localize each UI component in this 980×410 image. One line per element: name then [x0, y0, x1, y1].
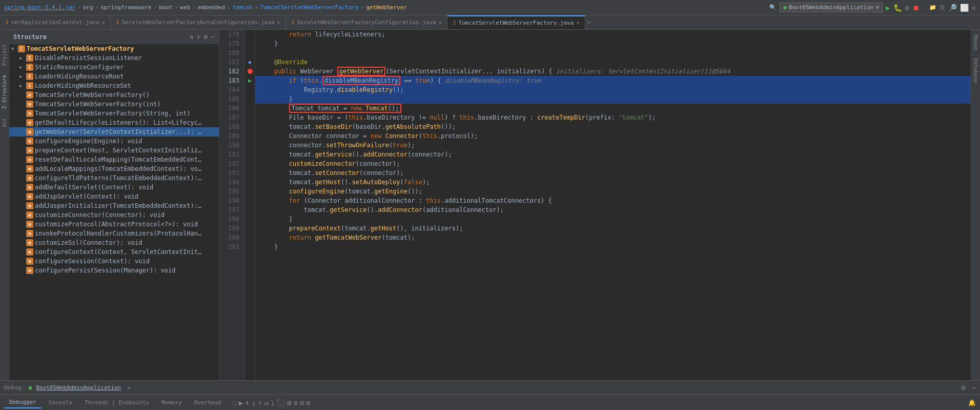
- toolbar-icon-grid[interactable]: ⊞: [287, 399, 291, 407]
- breadcrumb-part[interactable]: spring-boot-2.4.1.jar: [4, 4, 75, 11]
- tree-label: configureEngine(Engine): void: [35, 138, 142, 145]
- tab-threads-endpoints[interactable]: Threads | Endpoints: [79, 397, 154, 408]
- debug-close[interactable]: ✕: [127, 384, 131, 391]
- tree-item-constructor-int[interactable]: ▶ m TomcatServletWebServerFactory(int): [9, 100, 219, 109]
- code-line-199: prepareContext(tomcat.getHost(), initial…: [255, 224, 971, 233]
- run-config-selector[interactable]: ● Boot05WebAdminApplication ▼: [780, 3, 883, 12]
- breadcrumb-part[interactable]: boot: [159, 4, 173, 11]
- method-icon: m: [26, 128, 33, 135]
- side-tab-ant[interactable]: Ant: [1, 114, 8, 131]
- tree-item-static-resource[interactable]: ▶ C StaticResourceConfigurer: [9, 63, 219, 72]
- toolbar-icon-extra2[interactable]: ⊟: [300, 399, 304, 407]
- tree-item-configure-session[interactable]: ▶ m configureSession(Context): void: [9, 257, 219, 266]
- tree-item-configure-tld[interactable]: ▶ m configureTldPatterns(TomcatEmbeddedC…: [9, 173, 219, 183]
- tab-servlet-auto-config[interactable]: J ServletWebServerFactoryAutoConfigurati…: [111, 15, 286, 30]
- tree-item-reset-locale[interactable]: ▶ m resetDefaultLocaleMapping(TomcatEmbe…: [9, 155, 219, 164]
- code-scroll-area[interactable]: 内嵌服务器就是把手动启动服务器的过程 用代码实现而已 ↙ return life…: [255, 30, 971, 380]
- tree-item-constructor-default[interactable]: ▶ m TomcatServletWebServerFactory(): [9, 90, 219, 100]
- tab-close-ver[interactable]: ✕: [102, 19, 105, 25]
- toolbar-icon-step-into[interactable]: ↓: [252, 399, 256, 407]
- tab-debugger[interactable]: Debugger: [4, 397, 42, 408]
- toolbar-icon-step-out[interactable]: ↑: [258, 399, 262, 407]
- code-view: 178 179 180 181 182 183 184 185 186 187 …: [219, 30, 971, 380]
- minus-icon[interactable]: −: [211, 33, 215, 41]
- tree-item-add-default-servlet[interactable]: ▶ m addDefaultServlet(Context): void: [9, 183, 219, 192]
- side-tab-structure[interactable]: Z-Structure: [1, 71, 8, 113]
- tab-ver-application-context[interactable]: J verApplicationContext.java ✕: [0, 15, 111, 30]
- sort-icon[interactable]: ↕: [197, 33, 201, 41]
- tab-label: TomcatServletWebServerFactory.java: [458, 19, 574, 26]
- search-icon[interactable]: 🔎: [948, 4, 957, 12]
- tree-item-loader-hiding-root[interactable]: ▶ C LoaderHidingResourceRoot: [9, 72, 219, 81]
- window-icon[interactable]: ⬜: [960, 4, 969, 12]
- tab-close-auto[interactable]: ✕: [277, 19, 280, 25]
- code-editor-area: 178 179 180 181 182 183 184 185 186 187 …: [219, 30, 971, 380]
- more-tabs-button[interactable]: »: [587, 19, 591, 26]
- breadcrumb-part[interactable]: TomcatServletWebServerFactory: [260, 4, 359, 11]
- tree-item-customize-connector[interactable]: ▶ m customizeConnector(Connector): void: [9, 210, 219, 220]
- side-tab-maven[interactable]: Maven: [972, 32, 979, 53]
- tab-memory[interactable]: Memory: [156, 397, 187, 408]
- breadcrumb-part[interactable]: org: [83, 4, 93, 11]
- toolbar-icon-rerun[interactable]: ↺: [264, 399, 269, 407]
- stop-button[interactable]: ⏹: [912, 4, 920, 12]
- tree-item-disable-persist[interactable]: ▶ C DisablePersistSessionListener: [9, 53, 219, 63]
- tab-close-config[interactable]: ✕: [439, 19, 442, 25]
- tab-close-tomcat[interactable]: ✕: [577, 20, 580, 26]
- commit-icon[interactable]: 📁: [929, 4, 936, 11]
- toolbar-icon-resume[interactable]: ▶: [239, 399, 243, 407]
- tree-item-prepare-context[interactable]: ▶ m prepareContext(Host, ServletContextI…: [9, 146, 219, 155]
- tree-item-configure-engine[interactable]: ▶ m configureEngine(Engine): void: [9, 136, 219, 146]
- tree-item-invoke-protocol[interactable]: ▶ m invokeProtocolHandlerCustomizers(Pro…: [9, 229, 219, 238]
- left-side-panel: Project Z-Structure Ant: [0, 30, 9, 380]
- tree-item-add-locale[interactable]: ▶ m addLocaleMappings(TomcatEmbeddedCont…: [9, 164, 219, 173]
- toolbar-icon-toggle[interactable]: ⬛: [276, 399, 285, 407]
- tab-tomcat-factory[interactable]: J TomcatServletWebServerFactory.java ✕: [447, 15, 585, 30]
- tree-item-customize-ssl[interactable]: ▶ m customizeSsl(Connector): void: [9, 238, 219, 247]
- tree-item-get-web-server[interactable]: ▶ m getWebServer(ServletContextInitializ…: [9, 127, 219, 136]
- method-icon: m: [26, 230, 33, 237]
- build-icon[interactable]: ⚙: [905, 4, 909, 12]
- debug-settings-icon[interactable]: ⚙: [961, 383, 965, 392]
- side-tab-project[interactable]: Project: [1, 40, 8, 70]
- side-tab-database[interactable]: Database: [972, 55, 979, 86]
- bottom-toolbar: Debugger Console Threads | Endpoints Mem…: [0, 395, 980, 410]
- tree-item-get-lifecycle[interactable]: ▶ m getDefaultLifecycleListeners(): List…: [9, 118, 219, 127]
- toolbar-icon-step-over[interactable]: ⬇: [245, 399, 249, 407]
- translate-icon[interactable]: 文: [940, 4, 945, 11]
- class-icon: C: [26, 82, 33, 89]
- settings-icon[interactable]: ⚙: [203, 33, 208, 41]
- breadcrumb-part[interactable]: springframework: [100, 4, 151, 11]
- code-line-200: return getTomcatWebServer(tomcat);: [255, 233, 971, 242]
- breadcrumb-part[interactable]: embedded: [198, 4, 225, 11]
- tree-item-configure-context[interactable]: ▶ m configureContext(Context, ServletCon…: [9, 247, 219, 257]
- debug-minus-icon[interactable]: −: [972, 383, 976, 392]
- toolbar-icon-extra3[interactable]: ≡: [306, 399, 310, 407]
- breadcrumb-part[interactable]: web: [180, 4, 190, 11]
- debug-app-name[interactable]: Boot05WebAdminApplication: [36, 384, 121, 391]
- override-indicator: ●: [249, 60, 251, 65]
- tree-item-loader-hiding-web[interactable]: ▶ C LoaderHidingWebResourceSet: [9, 81, 219, 90]
- debug-run-button[interactable]: 🐛: [893, 4, 902, 12]
- sort-alpha-icon[interactable]: ⇅: [190, 33, 194, 41]
- close-icon[interactable]: ✕: [972, 4, 976, 12]
- tab-console[interactable]: Console: [44, 397, 77, 408]
- breadcrumb-part[interactable]: tomcat: [232, 4, 253, 11]
- tab-label: ServletWebServerFactoryAutoConfiguration…: [121, 19, 274, 26]
- toolbar-icon-run-cursor[interactable]: ⤵: [271, 399, 274, 407]
- tree-label: TomcatServletWebServerFactory(int): [35, 101, 161, 108]
- tab-servlet-factory-config[interactable]: J ServletWebServerFactoryConfiguration.j…: [286, 15, 447, 30]
- code-line-183: if (this.disableMBeanRegistry == true) {…: [255, 76, 971, 85]
- method-icon: m: [26, 156, 33, 163]
- tree-item-customize-protocol[interactable]: ▶ m customizeProtocol(AbstractProtocol<?…: [9, 220, 219, 229]
- tab-overhead[interactable]: Overhead: [189, 397, 227, 408]
- method-icon: m: [26, 174, 33, 182]
- tree-item-root-class[interactable]: ▼ C TomcatServletWebServerFactory: [9, 44, 219, 53]
- tree-item-constructor-string-int[interactable]: ▶ m TomcatServletWebServerFactory(String…: [9, 109, 219, 118]
- tree-item-add-jasper[interactable]: ▶ m addJasperInitializer(TomcatEmbeddedC…: [9, 201, 219, 210]
- toolbar-icon-frame[interactable]: ⬚: [233, 399, 237, 406]
- toolbar-icon-extra1[interactable]: ⊘: [293, 399, 297, 407]
- run-button[interactable]: ▶: [886, 4, 890, 12]
- tree-item-configure-persist[interactable]: ▶ m configurePersistSession(Manager): vo…: [9, 266, 219, 275]
- tree-item-add-jsp[interactable]: ▶ m addJspServlet(Context): void: [9, 192, 219, 201]
